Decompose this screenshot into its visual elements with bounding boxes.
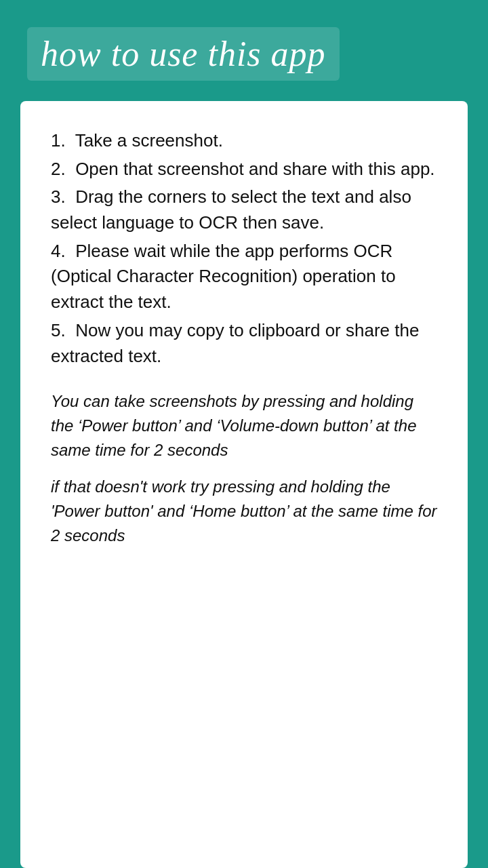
page-title: how to use this app <box>41 35 326 73</box>
content-card: 1. Take a screenshot. 2. Open that scree… <box>20 101 468 868</box>
step-1-text: Take a screenshot. <box>75 130 223 151</box>
tip-line2: if that doesn't work try pressing and ho… <box>51 477 436 545</box>
step-2-number: 2. <box>51 159 75 179</box>
step-3: 3. Drag the corners to select the text a… <box>51 184 437 235</box>
steps-list: 1. Take a screenshot. 2. Open that scree… <box>51 128 437 369</box>
step-1: 1. Take a screenshot. <box>51 128 437 154</box>
step-4: 4. Please wait while the app performs OC… <box>51 239 437 315</box>
tip-line1: You can take screenshots by pressing and… <box>51 392 416 459</box>
step-4-number: 4. <box>51 241 75 261</box>
step-3-number: 3. <box>51 186 75 207</box>
step-2-text: Open that screenshot and share with this… <box>75 159 434 179</box>
step-1-number: 1. <box>51 130 75 151</box>
step-3-text: Drag the corners to select the text and … <box>51 186 411 233</box>
step-5: 5. Now you may copy to clipboard or shar… <box>51 318 437 369</box>
step-2: 2. Open that screenshot and share with t… <box>51 157 437 182</box>
tip-section: You can take screenshots by pressing and… <box>51 389 437 548</box>
step-4-text: Please wait while the app performs OCR (… <box>51 241 396 312</box>
step-5-number: 5. <box>51 320 75 340</box>
tip-divider <box>51 462 437 475</box>
title-box: how to use this app <box>27 27 340 81</box>
step-5-text: Now you may copy to clipboard or share t… <box>51 320 419 366</box>
header: how to use this app <box>0 0 488 101</box>
